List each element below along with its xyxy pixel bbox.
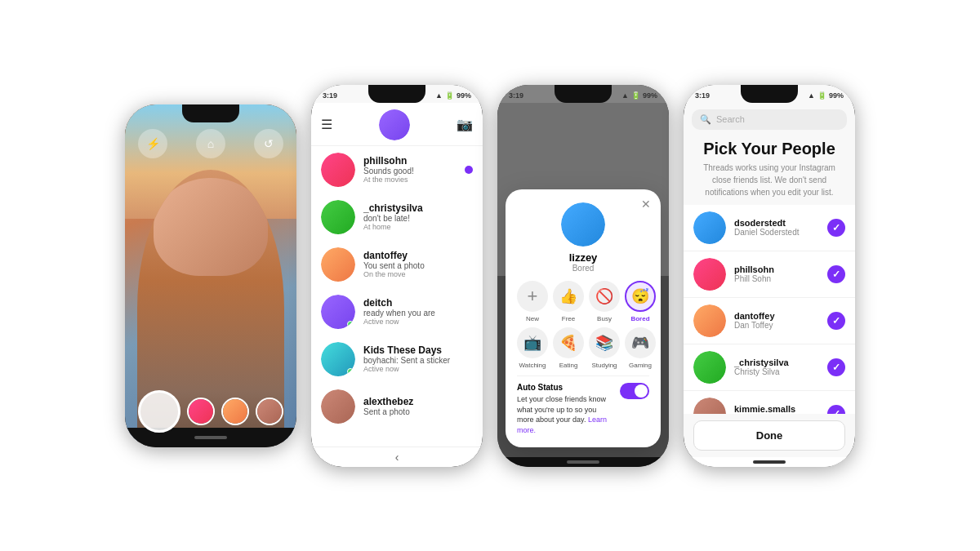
- status-option-eating[interactable]: 🍕 Eating: [553, 327, 584, 369]
- thumb-avatar-2: [221, 398, 249, 425]
- chat-msg-dantoffey: You sent a photo: [363, 261, 473, 270]
- avatar-kids: [321, 342, 355, 376]
- chat-item-christy[interactable]: _christysilva don't be late! At home: [311, 193, 483, 241]
- status-option-free[interactable]: 👍 Free: [553, 281, 584, 322]
- chat-item-dantoffey[interactable]: dantoffey You sent a photo On the move: [311, 241, 483, 288]
- chat-info-phillsohn: phillsohn Sounds good! At the movies: [363, 155, 457, 184]
- chat-item-alex[interactable]: alexthebez Sent a photo: [311, 383, 483, 430]
- status-option-studying[interactable]: 📚 Studying: [589, 327, 620, 369]
- chat-item-kids[interactable]: Kids These Days boyhachi: Sent a sticker…: [311, 335, 483, 383]
- chat-info-christy: _christysilva don't be late! At home: [363, 202, 473, 231]
- status-option-new[interactable]: + New: [517, 281, 548, 322]
- busy-label: Busy: [597, 315, 612, 322]
- nav-bar-4: [684, 457, 855, 467]
- status-option-watching[interactable]: 📺 Watching: [517, 327, 548, 369]
- auto-status-toggle[interactable]: [620, 383, 649, 399]
- person-item-kimmie[interactable]: kimmie.smalls Kim Garcia ✓: [684, 391, 855, 414]
- search-placeholder: Search: [716, 114, 745, 124]
- person-item-dantoffey[interactable]: dantoffey Dan Toffey ✓: [684, 298, 855, 344]
- person-info-kimmie: kimmie.smalls Kim Garcia: [734, 404, 819, 414]
- chat-name-christy: _christysilva: [363, 202, 473, 214]
- chat-info-deitch: deitch ready when you are Active now: [363, 297, 473, 326]
- chat-name-deitch: deitch: [363, 297, 473, 309]
- time-4: 3:19: [695, 91, 710, 100]
- pick-title: Pick Your People: [684, 140, 855, 158]
- chat-msg-phillsohn: Sounds good!: [363, 167, 457, 176]
- studying-label: Studying: [591, 362, 617, 369]
- person-item-christy[interactable]: _christysilva Christy Silva ✓: [684, 344, 855, 391]
- thumb-avatar-1: [187, 398, 215, 425]
- active-dot-kids: [347, 368, 354, 375]
- check-dsoderstedt[interactable]: ✓: [827, 219, 845, 237]
- bored-label: Bored: [630, 315, 649, 322]
- check-dantoffey[interactable]: ✓: [827, 312, 845, 330]
- chat-name-phillsohn: phillsohn: [363, 155, 457, 167]
- status-options-grid: + New 👍 Free 🚫 Busy 😴 Bored: [517, 281, 649, 369]
- active-dot-deitch: [347, 321, 354, 327]
- battery-icon-3: 🔋: [631, 91, 640, 100]
- rotate-icon[interactable]: ↺: [254, 129, 283, 158]
- modal-username: lizzey: [517, 251, 649, 264]
- person-item-dsoderstedt[interactable]: dsoderstedt Daniel Soderstedt ✓: [684, 205, 855, 251]
- avatar-dantoffey-4: [693, 304, 726, 337]
- chat-sub-kids: Active now: [363, 365, 473, 373]
- notch-4: [741, 85, 798, 103]
- chat-name-kids: Kids These Days: [363, 344, 473, 356]
- chat-info-alex: alexthebez Sent a photo: [363, 396, 473, 416]
- camera-icon[interactable]: 📷: [457, 117, 473, 132]
- free-icon: 👍: [553, 281, 584, 312]
- person-item-phillsohn[interactable]: phillsohn Phill Sohn ✓: [684, 251, 855, 298]
- auto-status-description: Let your close friends know what you're …: [517, 394, 613, 435]
- status-option-gaming[interactable]: 🎮 Gaming: [625, 327, 656, 369]
- menu-icon[interactable]: ☰: [321, 117, 332, 132]
- header-user-avatar[interactable]: [379, 109, 410, 140]
- battery-text: 99%: [457, 91, 471, 100]
- auto-status-row: Auto Status Let your close friends know …: [517, 375, 649, 435]
- avatar-dsoderstedt: [693, 211, 726, 244]
- check-christy[interactable]: ✓: [827, 358, 845, 376]
- people-list: dsoderstedt Daniel Soderstedt ✓ phillsoh…: [684, 205, 855, 414]
- gaming-icon: 🎮: [625, 327, 656, 358]
- modal-close-button[interactable]: ✕: [641, 198, 651, 211]
- status-option-bored[interactable]: 😴 Bored: [625, 281, 656, 322]
- back-icon-2[interactable]: ‹: [395, 451, 399, 464]
- chat-header: ☰ 📷: [311, 103, 483, 146]
- chat-list: phillsohn Sounds good! At the movies _ch…: [311, 146, 483, 447]
- person-handle-christy: Christy Silva: [734, 367, 819, 376]
- person-handle-phillsohn: Phill Sohn: [734, 274, 819, 283]
- home-icon[interactable]: ⌂: [196, 129, 225, 158]
- shutter-button[interactable]: [138, 390, 180, 433]
- chat-msg-christy: don't be late!: [363, 214, 473, 223]
- chat-info-kids: Kids These Days boyhachi: Sent a sticker…: [363, 344, 473, 373]
- avatar-phillsohn-4: [693, 258, 726, 291]
- new-label: New: [526, 315, 539, 322]
- done-button[interactable]: Done: [693, 420, 845, 451]
- status-modal: ✕ lizzey Bored + New 👍 Free �: [506, 189, 661, 447]
- time-2: 3:19: [323, 91, 337, 100]
- status-option-busy[interactable]: 🚫 Busy: [589, 281, 620, 322]
- thumb-avatar-3: [256, 398, 283, 425]
- avatar-alex: [321, 389, 355, 424]
- chat-msg-kids: boyhachi: Sent a sticker: [363, 356, 473, 365]
- eating-label: Eating: [559, 362, 578, 369]
- person-handle-dantoffey: Dan Toffey: [734, 321, 819, 330]
- time-3: 3:19: [509, 91, 523, 100]
- notch-3: [555, 85, 612, 103]
- chat-sub-dantoffey: On the move: [363, 270, 473, 278]
- avatar-christy: [321, 200, 355, 234]
- unread-dot-phillsohn: [465, 166, 473, 174]
- chat-item-phillsohn[interactable]: phillsohn Sounds good! At the movies: [311, 146, 483, 193]
- watching-icon: 📺: [517, 327, 548, 358]
- search-bar[interactable]: 🔍 Search: [692, 109, 847, 130]
- flash-icon[interactable]: ⚡: [138, 129, 167, 158]
- check-phillsohn[interactable]: ✓: [827, 265, 845, 283]
- person-name-dantoffey: dantoffey: [734, 311, 819, 321]
- check-kimmie[interactable]: ✓: [827, 405, 845, 414]
- person-info-phillsohn: phillsohn Phill Sohn: [734, 264, 819, 283]
- studying-icon: 📚: [589, 327, 620, 358]
- chat-sub-deitch: Active now: [363, 318, 473, 326]
- chat-item-deitch[interactable]: deitch ready when you are Active now: [311, 288, 483, 335]
- status-icons-4: ▲ 🔋 99%: [808, 91, 844, 100]
- auto-status-content: Auto Status Let your close friends know …: [517, 383, 613, 435]
- wifi-icon: ▲: [435, 91, 443, 100]
